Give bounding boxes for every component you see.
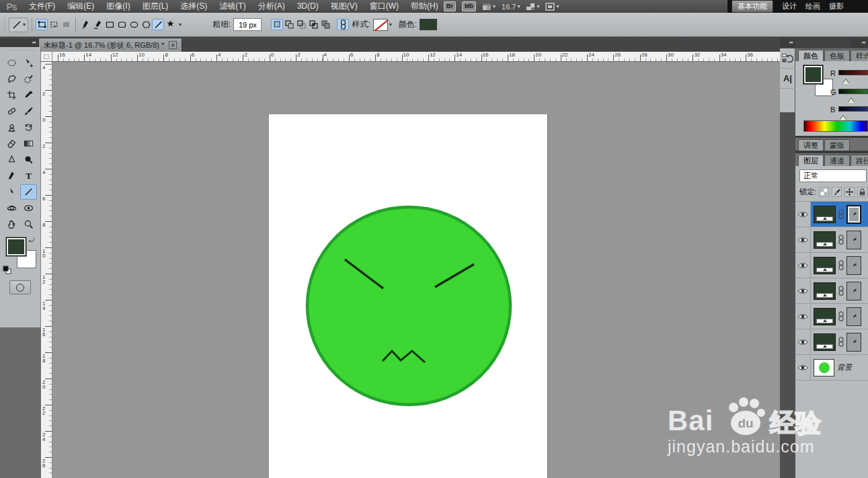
fill-layer-thumbnail[interactable] <box>814 308 836 325</box>
3d-rotate-tool[interactable] <box>3 200 20 216</box>
view-extras-button[interactable]: ▾ <box>482 3 496 11</box>
green-slider-thumb[interactable] <box>848 95 855 103</box>
canvas-area[interactable] <box>52 62 780 478</box>
brush-tool[interactable] <box>20 104 37 119</box>
shape-layer-row[interactable] <box>795 304 868 329</box>
menu-filter[interactable]: 滤镜(T) <box>213 0 251 13</box>
elliptical-marquee-tool[interactable] <box>3 55 20 71</box>
crop-tool[interactable] <box>3 87 20 103</box>
style-picker[interactable] <box>373 19 388 31</box>
arrange-documents-button[interactable]: ▾ <box>526 3 539 11</box>
shape-color-swatch[interactable] <box>420 19 437 30</box>
layer-mask-link[interactable] <box>838 286 844 296</box>
dock-collapse-button[interactable]: ◂◂ <box>781 38 795 47</box>
ellipse-tool-button[interactable] <box>128 19 140 30</box>
quick-selection-tool[interactable] <box>20 71 37 87</box>
tab-channels[interactable]: 通道 <box>824 155 850 166</box>
lock-all-button[interactable] <box>857 187 867 197</box>
pen-tool[interactable] <box>3 168 20 184</box>
move-tool[interactable] <box>20 55 37 71</box>
shape-layer-row[interactable] <box>795 253 868 278</box>
paths-mode-button[interactable] <box>48 19 60 30</box>
pen-tool-button[interactable] <box>79 19 91 30</box>
vertical-ruler[interactable]: 42024681 01 21 41 61 82 02 22 42 6 <box>41 62 52 478</box>
menu-3d[interactable]: 3D(D) <box>291 0 325 13</box>
menu-analysis[interactable]: 分析(A) <box>252 0 291 13</box>
vector-mask-thumbnail[interactable] <box>846 256 861 275</box>
background-layer-row[interactable]: 背景 <box>795 355 868 381</box>
fill-layer-thumbnail[interactable] <box>814 282 836 300</box>
document-page[interactable] <box>269 114 547 478</box>
menu-select[interactable]: 选择(S) <box>174 0 213 13</box>
green-slider[interactable] <box>838 89 868 94</box>
vector-mask-thumbnail[interactable] <box>846 205 861 224</box>
layer-visibility-toggle[interactable] <box>795 355 811 380</box>
layer-mask-link[interactable] <box>838 311 844 321</box>
shape-options-arrow[interactable]: ▾ <box>179 22 182 28</box>
type-tool[interactable]: T <box>20 168 37 184</box>
quick-mask-button[interactable] <box>9 280 31 294</box>
fill-layer-thumbnail[interactable] <box>814 333 836 351</box>
weight-input[interactable] <box>233 18 262 31</box>
tab-color[interactable]: 颜色 <box>798 50 824 61</box>
eyedropper-tool[interactable] <box>20 87 37 103</box>
hand-tool[interactable] <box>3 216 20 232</box>
path-selection-tool[interactable] <box>3 184 20 200</box>
history-panel-button[interactable] <box>780 48 795 69</box>
fill-pixels-mode-button[interactable] <box>60 19 72 30</box>
fill-layer-thumbnail[interactable] <box>814 206 836 223</box>
tools-collapse-button[interactable]: ◂◂ <box>0 38 38 47</box>
blur-tool[interactable] <box>3 152 20 167</box>
ruler-origin-corner[interactable] <box>41 52 52 62</box>
panels-collapse-button[interactable]: ◂◂ <box>851 38 867 47</box>
spot-healing-brush-tool[interactable] <box>3 104 20 119</box>
layer-mask-link[interactable] <box>838 337 844 347</box>
rounded-rectangle-tool-button[interactable] <box>116 19 128 30</box>
zoom-level-control[interactable]: 16.7 ▾ <box>502 3 520 11</box>
document-tab[interactable]: 未标题-1 @ 16.7% (形状 6, RGB/8) * × <box>38 38 182 52</box>
history-brush-tool[interactable] <box>20 120 37 135</box>
tab-layers[interactable]: 图层 <box>798 155 824 166</box>
shape-layer-row[interactable] <box>795 202 868 227</box>
swap-colors-icon[interactable]: ⤾ <box>29 236 34 244</box>
vector-mask-thumbnail[interactable] <box>846 307 861 326</box>
tab-masks[interactable]: 蒙版 <box>824 139 850 151</box>
blue-slider-thumb[interactable] <box>840 112 846 120</box>
rectangle-tool-button[interactable] <box>104 19 116 30</box>
layer-mask-link[interactable] <box>838 209 844 219</box>
shape-layers-mode-button[interactable] <box>36 19 48 30</box>
vector-mask-thumbnail[interactable] <box>846 333 861 352</box>
bridge-button[interactable]: Br <box>444 1 456 11</box>
vector-mask-thumbnail[interactable] <box>846 231 861 249</box>
layer-visibility-toggle[interactable] <box>795 202 811 227</box>
link-options-button[interactable] <box>337 19 349 30</box>
blend-mode-select[interactable]: 正常 <box>799 169 867 182</box>
menu-help[interactable]: 帮助(H) <box>405 0 444 13</box>
workspace-photography[interactable]: 摄影 <box>829 1 844 11</box>
layer-visibility-toggle[interactable] <box>795 304 811 329</box>
lock-position-button[interactable] <box>844 187 855 197</box>
tab-styles[interactable]: 样式 <box>851 50 868 61</box>
vector-mask-thumbnail[interactable] <box>846 282 861 301</box>
background-layer-thumbnail[interactable] <box>814 359 834 376</box>
workspace-essentials[interactable]: 基本功能 <box>732 0 773 13</box>
screen-mode-button[interactable]: ▾ <box>545 3 559 11</box>
subtract-from-shape-button[interactable] <box>295 19 307 30</box>
polygon-lasso-tool[interactable] <box>3 71 20 87</box>
workspace-painting[interactable]: 绘画 <box>805 1 820 11</box>
tab-paths[interactable]: 路径 <box>851 155 868 166</box>
tab-swatches[interactable]: 色板 <box>824 50 850 61</box>
create-shape-layer-button[interactable] <box>271 19 283 30</box>
layer-visibility-toggle[interactable] <box>795 253 811 278</box>
lock-transparency-button[interactable] <box>819 187 829 197</box>
3d-orbit-tool[interactable] <box>20 200 37 216</box>
menu-image[interactable]: 图像(I) <box>100 0 136 13</box>
tab-adjustments[interactable]: 调整 <box>798 139 824 151</box>
layer-visibility-toggle[interactable] <box>795 227 811 252</box>
tool-preset-picker[interactable]: ▾ <box>9 17 28 32</box>
tool-panel-grip[interactable] <box>5 49 35 52</box>
eraser-tool[interactable] <box>3 136 20 151</box>
freeform-pen-tool-button[interactable] <box>91 19 104 30</box>
line-tool-button[interactable] <box>152 19 164 30</box>
clone-stamp-tool[interactable] <box>3 120 20 135</box>
